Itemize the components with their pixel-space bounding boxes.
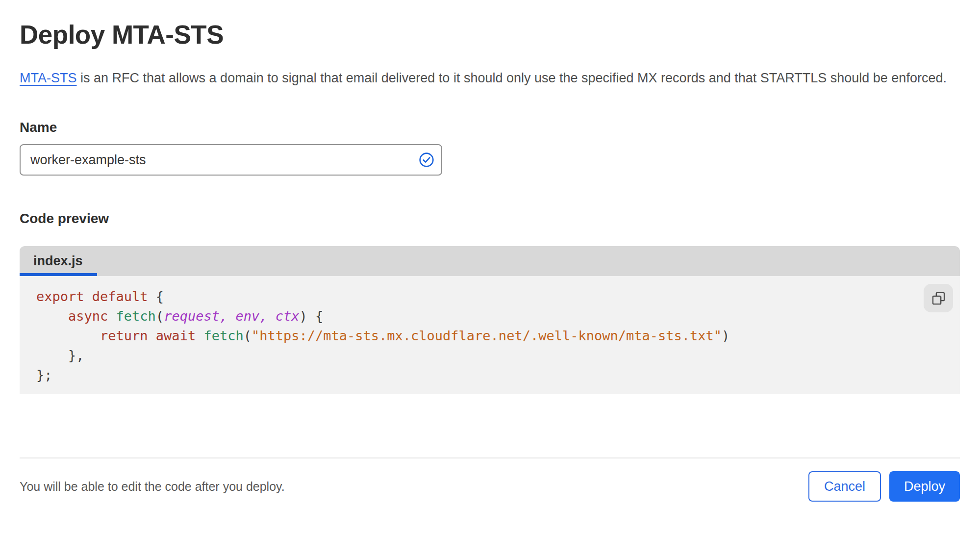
code-line: };: [36, 365, 960, 385]
cancel-button[interactable]: Cancel: [808, 471, 881, 502]
tab-index-js[interactable]: index.js: [20, 246, 97, 276]
mta-sts-link[interactable]: MTA-STS: [20, 71, 77, 85]
page-title: Deploy MTA-STS: [20, 21, 960, 49]
name-input[interactable]: [20, 144, 442, 176]
code-tabbar: index.js: [20, 246, 960, 276]
code-line: async fetch(request, env, ctx) {: [36, 306, 960, 326]
code-preview-block: export default { async fetch(request, en…: [20, 276, 960, 394]
footer-actions: Cancel Deploy: [808, 471, 960, 502]
description-text: MTA-STS is an RFC that allows a domain t…: [20, 67, 949, 89]
tab-index-js-label: index.js: [33, 254, 83, 269]
copy-code-button[interactable]: [924, 284, 953, 312]
circle-check-icon: [419, 152, 434, 168]
name-input-wrap: [20, 144, 442, 176]
deploy-mta-sts-page: Deploy MTA-STS MTA-STS is an RFC that al…: [0, 21, 980, 514]
code-preview-label: Code preview: [20, 211, 960, 227]
name-label: Name: [20, 120, 960, 135]
code-line: export default {: [36, 287, 960, 306]
code-line: return await fetch("https://mta-sts.mx.c…: [36, 326, 960, 346]
code-lines: export default { async fetch(request, en…: [36, 287, 960, 385]
description-body: is an RFC that allows a domain to signal…: [77, 71, 947, 85]
copy-icon: [930, 290, 947, 306]
code-line: },: [36, 346, 960, 365]
footer: You will be able to edit the code after …: [20, 458, 960, 514]
deploy-button[interactable]: Deploy: [889, 471, 960, 502]
footer-note: You will be able to edit the code after …: [20, 480, 285, 494]
